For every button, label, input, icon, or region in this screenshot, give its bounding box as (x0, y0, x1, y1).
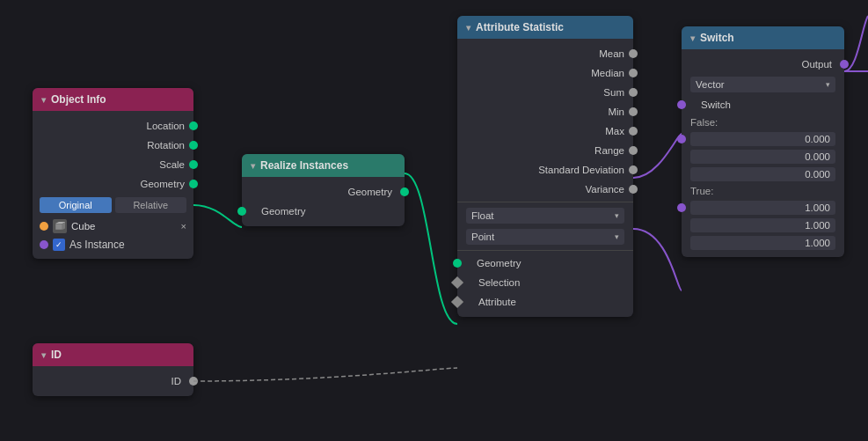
switch-title: Switch (700, 32, 734, 44)
realize-instances-body: Geometry Geometry (242, 177, 405, 226)
realize-instances-chevron[interactable]: ▾ (251, 161, 255, 171)
cube-orange-dot (40, 222, 48, 231)
std-dev-socket (629, 165, 638, 174)
switch-body: Output Vector ▾ Switch False: 0.000 0.00… (682, 49, 844, 257)
switch-in-label: Switch (701, 99, 731, 110)
attr-geometry-in-label: Geometry (477, 258, 522, 268)
attr-attribute-in-socket (451, 296, 463, 308)
location-row: Location (33, 116, 193, 136)
switch-header: ▾ Switch (682, 26, 844, 49)
rotation-row: Rotation (33, 136, 193, 155)
location-label: Location (147, 121, 185, 131)
point-dropdown[interactable]: Point ▾ (466, 229, 624, 245)
geometry-out-label: Geometry (141, 179, 186, 189)
true-val-1-row: 1.000 (682, 217, 844, 234)
false-val-0-field[interactable]: 0.000 (690, 132, 835, 146)
ri-geometry-out-label: Geometry (348, 187, 393, 197)
median-label: Median (591, 68, 624, 78)
id-out-row: ID (33, 371, 193, 391)
as-instance-purple-dot (40, 240, 48, 249)
object-info-chevron[interactable]: ▾ (41, 95, 46, 105)
attr-stat-title: Attribute Statistic (476, 21, 564, 33)
false-val-2-row: 0.000 (682, 165, 844, 183)
realize-instances-node: ▾ Realize Instances Geometry Geometry (242, 154, 405, 226)
geometry-out-socket (189, 180, 198, 188)
float-dropdown-label: Float (471, 210, 494, 221)
true-val-2-row: 1.000 (682, 234, 844, 252)
attr-selection-in-row: Selection (457, 273, 633, 292)
object-info-header: ▾ Object Info (33, 88, 193, 111)
vector-dropdown-label: Vector (696, 79, 725, 90)
point-dropdown-chevron: ▾ (615, 232, 619, 241)
id-body: ID (33, 366, 193, 396)
object-info-node: ▾ Object Info Location Rotation Scale Ge… (33, 88, 193, 259)
attr-stat-header: ▾ Attribute Statistic (457, 16, 633, 39)
false-val-2-field[interactable]: 0.000 (690, 167, 835, 181)
location-socket (189, 121, 198, 130)
float-dropdown[interactable]: Float ▾ (466, 208, 624, 224)
false-val-0-socket (677, 135, 686, 143)
min-label: Min (608, 107, 624, 117)
object-info-title: Object Info (51, 93, 106, 106)
attr-stat-chevron[interactable]: ▾ (466, 23, 470, 33)
switch-in-socket (677, 100, 686, 109)
id-out-socket (189, 377, 198, 386)
mean-label: Mean (599, 48, 624, 59)
id-chevron[interactable]: ▾ (41, 350, 46, 360)
geometry-out-row: Geometry (33, 174, 193, 194)
switch-chevron[interactable]: ▾ (690, 33, 695, 43)
rotation-label: Rotation (147, 140, 185, 151)
mean-row: Mean (457, 44, 633, 63)
cube-icon (53, 219, 67, 233)
point-dropdown-row: Point ▾ (457, 226, 633, 247)
true-val-0-socket (677, 203, 686, 212)
attr-geometry-in-socket (453, 259, 462, 268)
cube-close-icon[interactable]: × (181, 221, 186, 232)
true-val-2-field[interactable]: 1.000 (690, 236, 835, 250)
rotation-socket (189, 141, 198, 150)
id-node: ▾ ID ID (33, 343, 193, 396)
attr-selection-in-label: Selection (478, 277, 520, 288)
max-socket (629, 127, 638, 136)
ri-geometry-in-label: Geometry (261, 206, 306, 217)
original-button[interactable]: Original (40, 197, 112, 213)
id-header: ▾ ID (33, 343, 193, 366)
id-out-label: ID (171, 376, 182, 386)
point-dropdown-label: Point (471, 232, 494, 242)
id-title: ID (51, 349, 62, 361)
range-label: Range (594, 145, 624, 156)
relative-button[interactable]: Relative (115, 197, 187, 213)
true-val-1-field[interactable]: 1.000 (690, 218, 835, 232)
vector-dropdown[interactable]: Vector ▾ (690, 77, 835, 92)
false-val-1-field[interactable]: 0.000 (690, 150, 835, 164)
svg-rect-0 (55, 224, 62, 230)
float-dropdown-row: Float ▾ (457, 205, 633, 226)
attr-attribute-in-row: Attribute (457, 292, 633, 312)
object-info-body: Location Rotation Scale Geometry Origina… (33, 111, 193, 259)
max-label: Max (605, 126, 624, 136)
vector-dropdown-row: Vector ▾ (682, 74, 844, 95)
output-row: Output (682, 55, 844, 74)
as-instance-label: As Instance (69, 239, 125, 251)
ri-geometry-out-socket (400, 187, 409, 196)
true-val-0-field[interactable]: 1.000 (690, 201, 835, 215)
attr-geometry-in-row: Geometry (457, 254, 633, 273)
variance-row: Variance (457, 180, 633, 199)
true-section-label: True: (682, 183, 844, 199)
false-val-0-row: 0.000 (682, 130, 844, 148)
min-socket (629, 107, 638, 116)
median-row: Median (457, 63, 633, 83)
as-instance-checkbox[interactable]: ✓ (53, 239, 65, 251)
vector-dropdown-chevron: ▾ (826, 80, 830, 89)
std-dev-label: Standard Deviation (538, 165, 624, 175)
max-row: Max (457, 121, 633, 141)
scale-row: Scale (33, 155, 193, 174)
true-val-0-row: 1.000 (682, 199, 844, 217)
ri-geometry-out-row: Geometry (242, 182, 405, 202)
scale-socket (189, 160, 198, 169)
attr-stat-divider2 (457, 250, 633, 251)
median-socket (629, 69, 638, 77)
range-socket (629, 146, 638, 155)
variance-socket (629, 185, 638, 194)
variance-label: Variance (585, 184, 624, 195)
